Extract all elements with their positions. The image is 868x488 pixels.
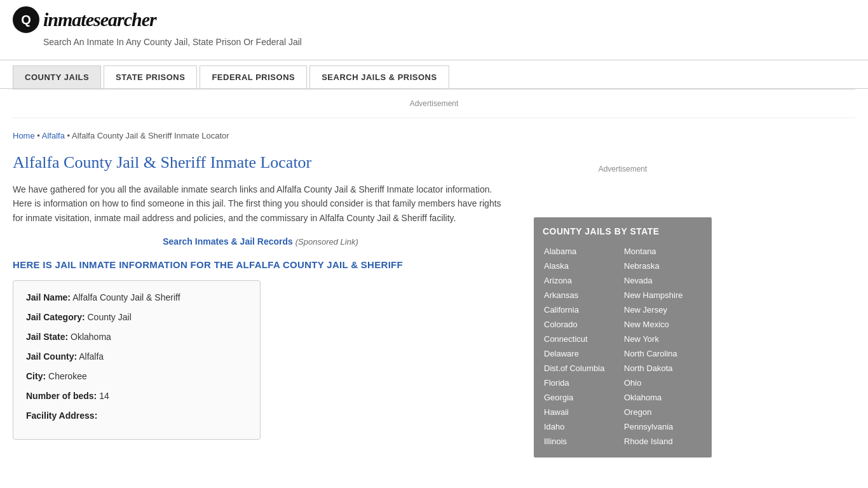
main-wrapper: Home • Alfalfa • Alfalfa County Jail & S… [0, 118, 868, 470]
sidebar-advertisement: Advertisement [534, 131, 712, 207]
state-link-florida[interactable]: Florida [543, 376, 623, 390]
state-link-alaska[interactable]: Alaska [543, 259, 623, 273]
jail-info-heading: HERE IS JAIL INMATE INFORMATION FOR THE … [13, 259, 508, 270]
state-link-nevada[interactable]: Nevada [623, 273, 703, 288]
content-area: Home • Alfalfa • Alfalfa County Jail & S… [13, 118, 521, 470]
jail-address-label: Facility Address: [26, 410, 97, 421]
breadcrumb-alfalfa[interactable]: Alfalfa [42, 131, 65, 140]
state-link-rhode-island[interactable]: Rhode Island [623, 434, 703, 449]
jail-category-row: Jail Category: County Jail [26, 311, 247, 324]
logo-icon: Q [13, 6, 39, 33]
logo-area: Q inmatesearcher [13, 6, 855, 33]
jail-beds-label: Number of beds: [26, 391, 97, 401]
jail-address-row: Facility Address: [26, 409, 247, 423]
sponsored-text: (Sponsored Link) [295, 237, 358, 247]
county-jails-by-state-title: COUNTY JAILS BY STATE [543, 226, 703, 236]
jail-name-label: Jail Name: [26, 292, 71, 302]
jail-county-val: Alfalfa [79, 351, 104, 362]
jail-cat-val: County Jail [87, 312, 131, 322]
jail-info-box: Jail Name: Alfalfa County Jail & Sheriff… [13, 280, 261, 440]
states-grid: AlabamaAlaskaArizonaArkansasCaliforniaCo… [543, 244, 703, 449]
jail-state-label: Jail State: [26, 332, 68, 342]
search-link-area: Search Inmates & Jail Records (Sponsored… [13, 236, 508, 247]
state-link-ohio[interactable]: Ohio [623, 376, 703, 390]
logo-text: inmatesearcher [43, 9, 156, 30]
jail-city-val: Cherokee [48, 371, 87, 381]
nav-search-jails[interactable]: SEARCH JAILS & PRISONS [309, 65, 449, 88]
state-link-connecticut[interactable]: Connecticut [543, 332, 623, 346]
jail-name-row: Jail Name: Alfalfa County Jail & Sheriff [26, 291, 247, 304]
jail-category-label: Jail Category: [26, 312, 85, 322]
state-link-arizona[interactable]: Arizona [543, 273, 623, 288]
state-link-new-hampshire[interactable]: New Hampshire [623, 288, 703, 302]
nav-state-prisons[interactable]: STATE PRISONS [104, 65, 197, 88]
state-link-pennsylvania[interactable]: Pennsylvania [623, 419, 703, 434]
jail-city-row: City: Cherokee [26, 370, 247, 383]
sidebar: Advertisement COUNTY JAILS BY STATE Alab… [521, 118, 712, 470]
logo-q-symbol: Q [21, 13, 31, 27]
navigation: COUNTY JAILS STATE PRISONS FEDERAL PRISO… [0, 60, 868, 89]
jail-state-row: Jail State: Oklahoma [26, 330, 247, 344]
jail-beds-val: 14 [99, 391, 109, 401]
state-link-oregon[interactable]: Oregon [623, 405, 703, 419]
logo-text-part2: searcher [93, 9, 156, 30]
state-link-new-york[interactable]: New York [623, 332, 703, 346]
jail-beds-row: Number of beds: 14 [26, 390, 247, 403]
state-link-nebraska[interactable]: Nebraska [623, 259, 703, 273]
jail-county-label: Jail County: [26, 351, 77, 362]
description: We have gathered for you all the availab… [13, 182, 508, 225]
state-link-north-carolina[interactable]: North Carolina [623, 346, 703, 361]
state-link-georgia[interactable]: Georgia [543, 390, 623, 405]
state-link-illinois[interactable]: Illinois [543, 434, 623, 449]
state-link-new-jersey[interactable]: New Jersey [623, 302, 703, 317]
search-inmates-link[interactable]: Search Inmates & Jail Records [163, 236, 293, 247]
nav-county-jails[interactable]: COUNTY JAILS [13, 65, 101, 88]
state-link-delaware[interactable]: Delaware [543, 346, 623, 361]
breadcrumb-home[interactable]: Home [13, 131, 35, 140]
jail-name-val: Alfalfa County Jail & Sheriff [72, 292, 180, 302]
state-link-oklahoma[interactable]: Oklahoma [623, 390, 703, 405]
jail-county-row: Jail County: Alfalfa [26, 350, 247, 363]
breadcrumb-current: Alfalfa County Jail & Sheriff Inmate Loc… [72, 131, 229, 140]
state-link-hawaii[interactable]: Hawaii [543, 405, 623, 419]
nav-federal-prisons[interactable]: FEDERAL PRISONS [200, 65, 307, 88]
advertisement-top: Advertisement [13, 90, 855, 118]
state-link-montana[interactable]: Montana [623, 244, 703, 259]
state-link-alabama[interactable]: Alabama [543, 244, 623, 259]
breadcrumb: Home • Alfalfa • Alfalfa County Jail & S… [13, 131, 508, 140]
tagline: Search An Inmate In Any County Jail, Sta… [43, 37, 855, 47]
breadcrumb-sep2: • [67, 131, 72, 140]
states-col1: AlabamaAlaskaArizonaArkansasCaliforniaCo… [543, 244, 623, 449]
breadcrumb-sep1: • [37, 131, 41, 140]
state-link-dist.of-columbia[interactable]: Dist.of Columbia [543, 361, 623, 376]
state-link-north-dakota[interactable]: North Dakota [623, 361, 703, 376]
header: Q inmatesearcher Search An Inmate In Any… [0, 0, 868, 60]
jail-city-label: City: [26, 371, 46, 381]
logo-text-part1: inmate [43, 9, 93, 30]
state-link-california[interactable]: California [543, 302, 623, 317]
states-col2: MontanaNebraskaNevadaNew HampshireNew Je… [623, 244, 703, 449]
jail-state-val: Oklahoma [71, 332, 111, 342]
state-link-colorado[interactable]: Colorado [543, 317, 623, 332]
state-link-new-mexico[interactable]: New Mexico [623, 317, 703, 332]
state-link-idaho[interactable]: Idaho [543, 419, 623, 434]
county-jails-by-state-box: COUNTY JAILS BY STATE AlabamaAlaskaArizo… [534, 217, 712, 458]
state-link-arkansas[interactable]: Arkansas [543, 288, 623, 302]
page-title: Alfalfa County Jail & Sheriff Inmate Loc… [13, 153, 508, 172]
